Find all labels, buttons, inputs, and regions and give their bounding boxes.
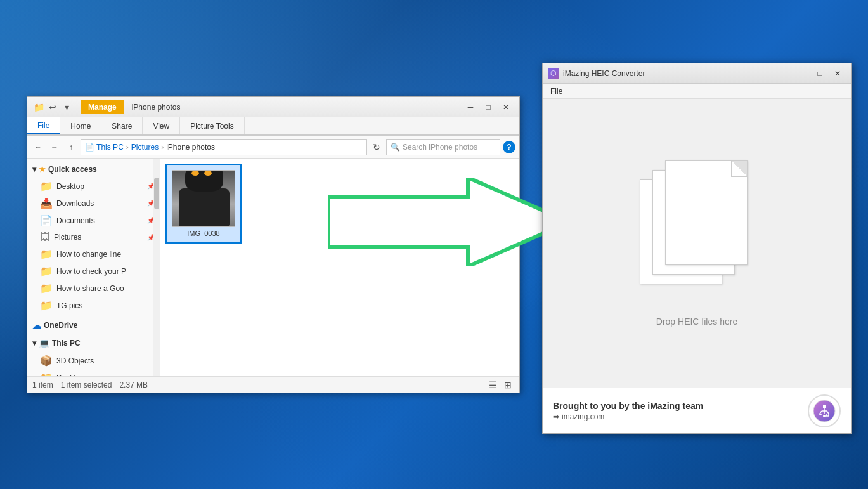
sidebar-item-pictures[interactable]: 🖼 Pictures 📌 bbox=[27, 229, 160, 245]
scrollbar-thumb[interactable] bbox=[154, 178, 159, 209]
close-button[interactable]: ✕ bbox=[498, 100, 514, 114]
tiles-view-btn[interactable]: ⊞ bbox=[502, 379, 514, 391]
sidebar-item-desktop[interactable]: 📁 Desktop 📌 bbox=[27, 178, 160, 195]
app-icon-symbol: ⬡ bbox=[550, 69, 557, 77]
file-thumbnail bbox=[172, 170, 235, 227]
heic-title-bar: ⬡ iMazing HEIC Converter ─ □ ✕ bbox=[543, 63, 851, 84]
file-item-img0038[interactable]: IMG_0038 bbox=[165, 164, 242, 244]
sidebar-item-how-to-change[interactable]: 📁 How to change line bbox=[27, 245, 160, 263]
onedrive-label: OneDrive bbox=[44, 321, 77, 330]
view-controls: ☰ ⊞ bbox=[486, 379, 514, 391]
item-count: 1 item bbox=[32, 381, 53, 389]
file-name: IMG_0038 bbox=[187, 230, 219, 237]
help-button[interactable]: ? bbox=[503, 141, 515, 153]
minimize-button[interactable]: ─ bbox=[462, 100, 479, 114]
sidebar-item-tg-pics[interactable]: 📁 TG pics bbox=[27, 297, 160, 314]
sidebar-item-label: How to change line bbox=[56, 250, 121, 259]
tab-share[interactable]: Share bbox=[101, 117, 143, 134]
heic-close-button[interactable]: ✕ bbox=[829, 67, 846, 81]
up-button[interactable]: ↑ bbox=[64, 140, 78, 154]
details-view-btn[interactable]: ☰ bbox=[486, 379, 499, 391]
sidebar-item-how-to-share[interactable]: 📁 How to share a Goo bbox=[27, 280, 160, 297]
sidebar-item-label: Downloads bbox=[56, 199, 94, 208]
banner-title: Brought to you by the iMazing team bbox=[553, 401, 800, 411]
doc-page-front bbox=[665, 160, 748, 265]
path-pictures[interactable]: Pictures bbox=[131, 143, 159, 152]
onedrive-header[interactable]: ☁ OneDrive bbox=[27, 316, 160, 334]
tab-picture-tools[interactable]: Picture Tools bbox=[180, 117, 244, 134]
folder-pictures-icon: 🖼 bbox=[40, 231, 50, 243]
sidebar-scrollbar[interactable] bbox=[153, 159, 160, 376]
selected-info: 1 item selected bbox=[61, 381, 112, 389]
file-explorer-window: 📁 ↩ ▾ Manage iPhone photos ─ □ ✕ File Ho… bbox=[27, 96, 520, 393]
forward-button[interactable]: → bbox=[48, 140, 62, 154]
back-button[interactable]: ← bbox=[31, 140, 45, 154]
sidebar-item-how-to-check[interactable]: 📁 How to check your P bbox=[27, 263, 160, 280]
sidebar-item-3d-objects[interactable]: 📦 3D Objects bbox=[27, 352, 160, 369]
folder-desktop-icon: 📁 bbox=[40, 372, 53, 376]
sidebar-item-documents[interactable]: 📄 Documents 📌 bbox=[27, 212, 160, 229]
quick-access-label: Quick access bbox=[48, 165, 97, 174]
search-placeholder: Search iPhone photos bbox=[403, 143, 477, 152]
tab-view[interactable]: View bbox=[143, 117, 180, 134]
manage-tab-active[interactable]: Manage bbox=[81, 100, 124, 114]
banner-text: Brought to you by the iMazing team ➡ ima… bbox=[553, 401, 800, 421]
heic-maximize-button[interactable]: □ bbox=[812, 67, 828, 81]
window-title: iPhone photos bbox=[127, 103, 460, 112]
folder-icon: 📁 bbox=[32, 101, 45, 114]
address-bar: ← → ↑ 📄 This PC › Pictures › iPhone phot… bbox=[27, 136, 519, 159]
heic-drop-area[interactable]: Drop HEIC files here bbox=[543, 99, 851, 388]
quick-access-header[interactable]: ▾ ★ Quick access bbox=[27, 161, 160, 178]
sidebar-item-label: Documents bbox=[56, 216, 95, 225]
undo-icon[interactable]: ↩ bbox=[46, 101, 59, 114]
this-pc-header[interactable]: ▾ 💻 This PC bbox=[27, 334, 160, 352]
refresh-button[interactable]: ↻ bbox=[370, 140, 384, 154]
file-size: 2.37 MB bbox=[119, 381, 148, 389]
banner-link-text[interactable]: imazing.com bbox=[562, 412, 604, 421]
folder-documents-icon: 📄 bbox=[40, 214, 53, 226]
titlebar-quick-icons: 📁 ↩ ▾ bbox=[32, 101, 73, 114]
file-content-area[interactable]: IMG_0038 bbox=[160, 159, 519, 376]
imazing-logo bbox=[808, 394, 841, 427]
folder-downloads-icon: 📥 bbox=[40, 197, 53, 209]
imazing-logo-icon bbox=[813, 400, 836, 422]
arrow-circle-icon: ➡ bbox=[553, 412, 559, 421]
address-path[interactable]: 📄 This PC › Pictures › iPhone photos bbox=[81, 139, 367, 155]
svg-point-3 bbox=[823, 415, 826, 417]
heic-converter-window: ⬡ iMazing HEIC Converter ─ □ ✕ File Drop… bbox=[542, 63, 852, 434]
sidebar-item-label: How to check your P bbox=[56, 267, 126, 276]
explorer-main: ▾ ★ Quick access 📁 Desktop 📌 📥 Downloads… bbox=[27, 159, 519, 376]
ribbon: File Home Share View Picture Tools bbox=[27, 117, 519, 136]
tab-file[interactable]: File bbox=[27, 117, 60, 134]
path-iphone-photos[interactable]: iPhone photos bbox=[166, 143, 215, 152]
sidebar-item-label: Desktop bbox=[56, 182, 84, 191]
folder-yellow-icon: 📁 bbox=[40, 282, 53, 294]
sidebar-item-downloads[interactable]: 📥 Downloads 📌 bbox=[27, 195, 160, 212]
folder-yellow-icon: 📁 bbox=[40, 265, 53, 277]
window-controls: ─ □ ✕ bbox=[462, 100, 514, 114]
sidebar-item-label: Desktop bbox=[56, 374, 84, 377]
heic-menu-file[interactable]: File bbox=[548, 86, 565, 97]
sidebar-item-label: How to share a Goo bbox=[56, 284, 124, 293]
heic-banner: Brought to you by the iMazing team ➡ ima… bbox=[543, 388, 851, 433]
svg-rect-2 bbox=[823, 405, 826, 408]
tab-home[interactable]: Home bbox=[60, 117, 101, 134]
expand-icon: ▾ bbox=[32, 339, 36, 348]
path-thispc[interactable]: 📄 This PC bbox=[85, 143, 124, 152]
search-icon: 🔍 bbox=[391, 143, 400, 152]
heic-minimize-button[interactable]: ─ bbox=[794, 67, 810, 81]
ribbon-tabs: File Home Share View Picture Tools bbox=[27, 117, 519, 135]
sidebar-item-label: Pictures bbox=[54, 233, 81, 242]
sidebar-item-label: TG pics bbox=[56, 301, 82, 310]
status-bar: 1 item 1 item selected 2.37 MB ☰ ⊞ bbox=[27, 376, 519, 393]
maximize-button[interactable]: □ bbox=[480, 100, 496, 114]
search-box[interactable]: 🔍 Search iPhone photos bbox=[386, 139, 500, 155]
folder-yellow-icon: 📁 bbox=[40, 299, 53, 311]
computer-icon: 💻 bbox=[39, 338, 49, 348]
sidebar-item-desktop-thispc[interactable]: 📁 Desktop bbox=[27, 369, 160, 376]
heic-app-icon: ⬡ bbox=[548, 68, 559, 79]
onedrive-icon: ☁ bbox=[32, 320, 41, 330]
folder-desktop-icon: 📁 bbox=[40, 180, 53, 192]
banner-link[interactable]: ➡ imazing.com bbox=[553, 412, 800, 421]
down-arrow-icon[interactable]: ▾ bbox=[60, 101, 73, 114]
